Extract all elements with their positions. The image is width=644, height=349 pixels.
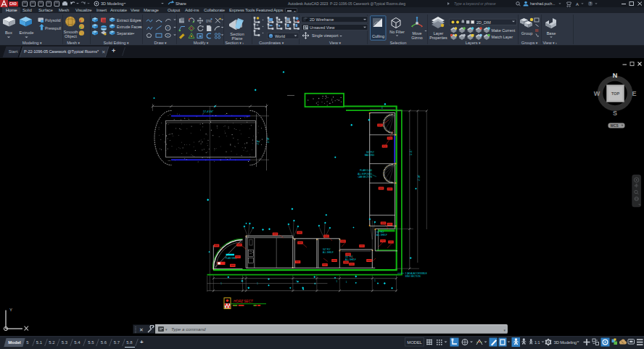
svg-text:P-22-1096-05 Casework @Typical: P-22-1096-05 Casework @Typical Rooms.dwg — [330, 1, 405, 6]
svg-text:ALL EXPOSED: ALL EXPOSED — [358, 173, 372, 176]
svg-text:HORZ SECT: HORZ SECT — [234, 300, 254, 303]
svg-text:3D Modeling: 3D Modeling — [101, 1, 123, 6]
svg-text:3/4" PLY: 3/4" PLY — [366, 151, 374, 154]
svg-text:ALL SHELF: ALL SHELF — [376, 234, 387, 237]
svg-text:CAB SECTION: CAB SECTION — [358, 176, 372, 178]
svg-text:Extract Edges: Extract Edges — [117, 18, 141, 22]
svg-text:Base: Base — [547, 31, 556, 36]
svg-text:Autodesk AutoCAD 2023: Autodesk AutoCAD 2023 — [288, 1, 329, 6]
svg-text:MODEL: MODEL — [407, 340, 422, 345]
svg-text:Layer: Layer — [434, 31, 444, 36]
svg-text:SINK SECTION: SINK SECTION — [405, 275, 421, 278]
svg-text:Object: Object — [65, 34, 77, 38]
svg-text:2D_DIM: 2D_DIM — [476, 20, 491, 25]
svg-text:Gizmo: Gizmo — [411, 36, 423, 40]
svg-text:2D Wireframe: 2D Wireframe — [310, 17, 334, 22]
svg-text:W: W — [594, 90, 600, 97]
svg-text:Unsaved View: Unsaved View — [310, 25, 334, 30]
svg-text:Separate: Separate — [117, 31, 133, 36]
svg-text:Single viewport: Single viewport — [312, 33, 339, 38]
svg-text:3D Modeling: 3D Modeling — [554, 340, 577, 345]
svg-text:N: N — [613, 72, 618, 79]
svg-text:Match Layer: Match Layer — [492, 35, 513, 39]
svg-text:2 (ADA) ACCESSIBLE: 2 (ADA) ACCESSIBLE — [405, 272, 427, 275]
svg-text:Plane: Plane — [232, 36, 243, 41]
svg-text:Group: Group — [521, 31, 533, 36]
svg-text:S: S — [613, 110, 617, 117]
svg-text:E: E — [632, 90, 636, 97]
svg-text:1: 1 — [346, 281, 347, 284]
svg-text:1:1: 1:1 — [534, 340, 540, 345]
svg-text:Section: Section — [230, 32, 244, 36]
svg-text:BACKING: BACKING — [365, 154, 375, 157]
svg-text:Culling: Culling — [372, 34, 384, 38]
svg-text:Properties: Properties — [429, 36, 447, 40]
svg-text:Y: Y — [9, 308, 12, 312]
svg-text:1: 1 — [220, 282, 222, 285]
svg-text:Make Current: Make Current — [492, 28, 516, 33]
svg-text:WCS: WCS — [610, 124, 619, 128]
svg-text:12'-4 3/4": 12'-4 3/4" — [203, 110, 214, 113]
svg-text:TOP: TOP — [611, 91, 620, 96]
svg-text:harshad.puch...: harshad.puch... — [530, 1, 555, 6]
svg-text:1: 1 — [257, 282, 258, 285]
svg-text:Polysolid: Polysolid — [45, 18, 61, 22]
svg-text:Extrude: Extrude — [20, 30, 34, 35]
svg-text:Smooth: Smooth — [64, 30, 78, 34]
svg-text:2'-10": 2'-10" — [418, 175, 421, 181]
svg-text:5'-11": 5'-11" — [410, 149, 413, 155]
svg-text:Box: Box — [5, 30, 12, 35]
svg-text:Type a keyword or phrase: Type a keyword or phrase — [454, 1, 496, 6]
svg-text:ALL SHELF: ALL SHELF — [323, 251, 334, 254]
svg-text:1: 1 — [374, 279, 376, 282]
svg-text:3'-10": 3'-10" — [267, 137, 270, 143]
svg-text:Extrude Faces: Extrude Faces — [117, 25, 142, 29]
svg-text:2'-0": 2'-0" — [257, 140, 260, 144]
svg-text:Share: Share — [176, 1, 186, 6]
svg-text:World: World — [275, 34, 285, 38]
svg-text:No Filter: No Filter — [389, 30, 405, 34]
svg-text:Move: Move — [412, 31, 421, 36]
svg-text:Presspull: Presspull — [45, 26, 61, 30]
svg-text:1: 1 — [337, 280, 338, 283]
svg-text:P.LAM CLAD: P.LAM CLAD — [360, 169, 372, 172]
svg-text:A: A — [576, 2, 579, 7]
